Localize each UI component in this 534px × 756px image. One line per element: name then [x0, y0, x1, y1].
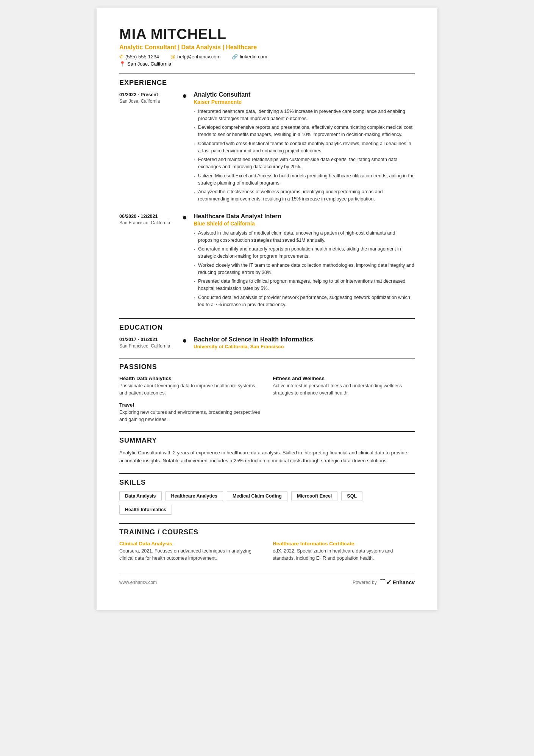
education-section: EDUCATION 01/2017 - 01/2021 San Francisc… — [119, 324, 415, 349]
edu1-dates: 01/2017 - 01/2021 — [119, 336, 180, 342]
linkedin-item[interactable]: 🔗 linkedin.com — [232, 54, 267, 59]
email-icon: @ — [170, 54, 175, 59]
location-item: 📍 San Jose, California — [119, 61, 415, 67]
training2-desc: edX, 2022. Specialization in healthcare … — [273, 548, 415, 562]
summary-title: SUMMARY — [119, 437, 415, 445]
exp1-bullet-3: Collaborated with cross-functional teams… — [194, 140, 415, 155]
experience-divider — [119, 74, 415, 74]
passion1-title: Health Data Analytics — [119, 376, 261, 381]
summary-divider — [119, 431, 415, 432]
exp2-bullet-5: Conducted detailed analysis of provider … — [194, 294, 415, 308]
training2-title: Healthcare Informatics Certificate — [273, 541, 415, 546]
exp2-company: Blue Shield of California — [194, 221, 415, 227]
skill-3: Medical Claim Coding — [227, 491, 287, 501]
experience-item-1: 01/2022 - Present San Jose, California A… — [119, 91, 415, 205]
exp2-left: 06/2020 - 12/2021 San Francisco, Califor… — [119, 213, 180, 310]
passion-item-1: Health Data Analytics Passionate about l… — [119, 376, 261, 397]
exp2-location: San Francisco, California — [119, 220, 180, 225]
exp1-company: Kaiser Permanente — [194, 99, 415, 105]
skill-1: Data Analysis — [119, 491, 162, 501]
header: MIA MITCHELL Analytic Consultant | Data … — [119, 27, 415, 67]
skills-list: Data Analysis Healthcare Analytics Medic… — [119, 491, 415, 515]
exp1-bullet-6: Analyzed the effectiveness of wellness p… — [194, 188, 415, 203]
phone-icon: ✆ — [119, 54, 123, 59]
passion3-desc: Exploring new cultures and environments,… — [119, 409, 261, 423]
email-item: @ help@enhancv.com — [170, 54, 220, 59]
location-icon: 📍 — [119, 61, 125, 67]
exp1-job-title: Analytic Consultant — [194, 91, 415, 98]
exp2-bullets: Assisted in the analysis of medical clai… — [194, 230, 415, 308]
passions-title: PASSIONS — [119, 363, 415, 371]
exp2-job-title: Healthcare Data Analyst Intern — [194, 213, 415, 220]
exp2-bullet-1: Assisted in the analysis of medical clai… — [194, 230, 415, 244]
edu1-location: San Francisco, California — [119, 343, 180, 349]
edu1-school: University of California, San Francisco — [194, 344, 415, 349]
exp2-bullet-2: Generated monthly and quarterly reports … — [194, 246, 415, 260]
training-item-1: Clinical Data Analysis Coursera, 2021. F… — [119, 541, 261, 562]
edu1-content: Bachelor of Science in Health Informatic… — [194, 336, 415, 349]
passions-section: PASSIONS Health Data Analytics Passionat… — [119, 363, 415, 423]
skill-2: Healthcare Analytics — [166, 491, 223, 501]
passion2-title: Fitness and Wellness — [273, 376, 415, 381]
exp1-location: San Jose, California — [119, 99, 180, 104]
email-value: help@enhancv.com — [177, 54, 220, 59]
experience-title: EXPERIENCE — [119, 79, 415, 87]
training-section: TRAINING / COURSES Clinical Data Analysi… — [119, 528, 415, 562]
experience-item-2: 06/2020 - 12/2021 San Francisco, Califor… — [119, 213, 415, 310]
exp2-content: Healthcare Data Analyst Intern Blue Shie… — [194, 213, 415, 310]
candidate-title: Analytic Consultant | Data Analysis | He… — [119, 44, 415, 51]
candidate-name: MIA MITCHELL — [119, 27, 415, 42]
edu1-dot — [183, 336, 190, 349]
passion2-desc: Active interest in personal fitness and … — [273, 382, 415, 397]
linkedin-icon: 🔗 — [232, 54, 238, 59]
skills-divider — [119, 473, 415, 474]
training-grid: Clinical Data Analysis Coursera, 2021. F… — [119, 541, 415, 562]
brand-name: Enhancv — [393, 579, 415, 585]
phone-value: (555) 555-1234 — [125, 54, 159, 59]
exp1-left: 01/2022 - Present San Jose, California — [119, 91, 180, 205]
passions-divider — [119, 358, 415, 358]
passions-grid: Health Data Analytics Passionate about l… — [119, 376, 415, 423]
footer-url: www.enhancv.com — [119, 580, 157, 585]
experience-section: EXPERIENCE 01/2022 - Present San Jose, C… — [119, 79, 415, 310]
summary-section: SUMMARY Analytic Consultant with 2 years… — [119, 437, 415, 465]
exp1-bullet-1: Interpreted healthcare data, identifying… — [194, 108, 415, 122]
skills-section: SKILLS Data Analysis Healthcare Analytic… — [119, 479, 415, 515]
powered-by-label: Powered by — [353, 580, 376, 585]
resume-container: MIA MITCHELL Analytic Consultant | Data … — [97, 8, 437, 610]
footer-powered: Powered by ⌒✓ Enhancv — [353, 578, 415, 587]
footer: www.enhancv.com Powered by ⌒✓ Enhancv — [119, 573, 415, 587]
edu1-degree: Bachelor of Science in Health Informatic… — [194, 336, 415, 343]
passion-item-3: Travel Exploring new cultures and enviro… — [119, 402, 261, 423]
location-value: San Jose, California — [127, 61, 171, 67]
training1-desc: Coursera, 2021. Focuses on advanced tech… — [119, 548, 261, 562]
enhancv-logo: ⌒✓ Enhancv — [379, 578, 415, 587]
education-title: EDUCATION — [119, 324, 415, 332]
exp1-bullet-2: Developed comprehensive reports and pres… — [194, 124, 415, 138]
skill-6: Health Informatics — [119, 505, 172, 515]
skill-4: Microsoft Excel — [291, 491, 337, 501]
skill-5: SQL — [341, 491, 362, 501]
education-item-1: 01/2017 - 01/2021 San Francisco, Califor… — [119, 336, 415, 349]
exp1-bullet-5: Utilized Microsoft Excel and Access to b… — [194, 172, 415, 187]
exp1-content: Analytic Consultant Kaiser Permanente In… — [194, 91, 415, 205]
linkedin-value: linkedin.com — [240, 54, 267, 59]
exp1-dates: 01/2022 - Present — [119, 91, 180, 97]
summary-text: Analytic Consultant with 2 years of expe… — [119, 449, 415, 465]
education-divider — [119, 318, 415, 319]
contact-row: ✆ (555) 555-1234 @ help@enhancv.com 🔗 li… — [119, 54, 415, 59]
passion1-desc: Passionate about leveraging data to impr… — [119, 382, 261, 397]
training1-title: Clinical Data Analysis — [119, 541, 261, 546]
exp1-bullets: Interpreted healthcare data, identifying… — [194, 108, 415, 203]
passion-item-2: Fitness and Wellness Active interest in … — [273, 376, 415, 397]
exp1-dot — [183, 91, 190, 205]
training-title: TRAINING / COURSES — [119, 528, 415, 536]
logo-icon: ⌒✓ — [379, 578, 392, 587]
exp2-bullet-3: Worked closely with the IT team to enhan… — [194, 262, 415, 276]
training-divider — [119, 523, 415, 524]
exp1-bullet-4: Fostered and maintained relationships wi… — [194, 156, 415, 171]
skills-title: SKILLS — [119, 479, 415, 487]
edu1-left: 01/2017 - 01/2021 San Francisco, Califor… — [119, 336, 180, 349]
exp2-dot — [183, 213, 190, 310]
training-item-2: Healthcare Informatics Certificate edX, … — [273, 541, 415, 562]
